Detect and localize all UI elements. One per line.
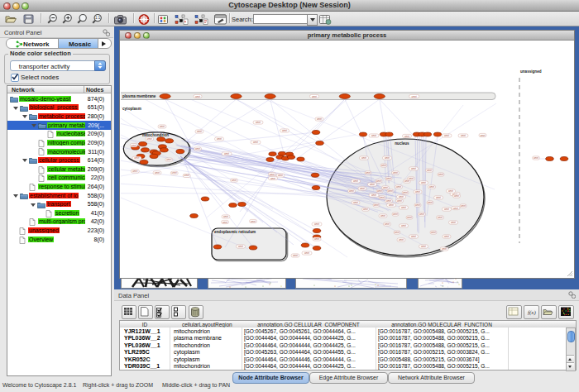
svg-text:amet: amet <box>421 245 426 248</box>
svg-text:amet: amet <box>399 195 404 198</box>
svg-text:amet: amet <box>374 203 379 207</box>
svg-text:amet: amet <box>361 156 366 160</box>
svg-text:amet: amet <box>371 194 376 197</box>
svg-text:amet: amet <box>386 199 391 203</box>
svg-text:amet: amet <box>534 156 538 160</box>
svg-text:amet: amet <box>448 189 453 193</box>
svg-text:amet: amet <box>253 141 258 144</box>
svg-text:amet: amet <box>388 189 393 193</box>
svg-text:amet: amet <box>461 204 466 208</box>
svg-text:amet: amet <box>412 95 417 98</box>
svg-text:amet: amet <box>304 251 309 255</box>
svg-text:amet: amet <box>195 95 200 98</box>
svg-text:amet: amet <box>428 201 433 204</box>
svg-text:amet: amet <box>383 186 388 189</box>
svg-text:amet: amet <box>399 238 404 241</box>
svg-text:amet: amet <box>223 215 228 218</box>
svg-text:amet: amet <box>436 196 441 199</box>
svg-text:amet: amet <box>132 144 136 147</box>
svg-text:amet: amet <box>404 135 409 138</box>
svg-text:amet: amet <box>415 203 420 207</box>
svg-text:amet: amet <box>314 237 319 241</box>
svg-text:amet: amet <box>160 125 165 128</box>
svg-text:amet: amet <box>395 231 400 234</box>
svg-text:1:1: 1:1 <box>95 16 101 20</box>
svg-text:amet: amet <box>353 201 358 204</box>
svg-text:amet: amet <box>317 117 322 121</box>
svg-text:amet: amet <box>480 134 485 137</box>
svg-text:amet: amet <box>380 214 385 218</box>
svg-text:amet: amet <box>397 199 402 203</box>
svg-text:amet: amet <box>421 181 426 184</box>
svg-text:amet: amet <box>147 137 152 141</box>
svg-text:amet: amet <box>278 174 283 177</box>
svg-text:amet: amet <box>270 173 275 176</box>
svg-text:amet: amet <box>461 134 466 137</box>
svg-text:amet: amet <box>401 224 406 227</box>
svg-text:amet: amet <box>172 171 177 174</box>
svg-text:amet: amet <box>401 206 406 209</box>
svg-text:amet: amet <box>415 190 420 194</box>
svg-text:amet: amet <box>155 171 160 174</box>
svg-text:amet: amet <box>197 130 202 133</box>
svg-text:amet: amet <box>224 152 229 155</box>
svg-text:amet: amet <box>282 129 287 132</box>
svg-text:amet: amet <box>380 196 385 199</box>
svg-text:amet: amet <box>396 185 401 189</box>
svg-text:amet: amet <box>438 216 443 219</box>
svg-text:amet: amet <box>444 134 449 137</box>
svg-text:amet: amet <box>419 213 424 216</box>
svg-text:amet: amet <box>376 179 381 183</box>
svg-text:amet: amet <box>454 194 459 198</box>
svg-text:unassigned: unassigned <box>520 69 542 74</box>
svg-text:amet: amet <box>353 179 358 183</box>
svg-text:amet: amet <box>195 147 200 151</box>
svg-text:amet: amet <box>377 189 382 193</box>
svg-text:amet: amet <box>134 156 139 160</box>
svg-text:amet: amet <box>293 254 298 257</box>
svg-text:amet: amet <box>438 173 443 176</box>
svg-text:plasma membrane: plasma membrane <box>122 94 156 98</box>
svg-text:amet: amet <box>381 164 386 167</box>
svg-text:amet: amet <box>132 170 137 173</box>
svg-text:amet: amet <box>427 169 432 172</box>
svg-text:amet: amet <box>349 189 354 193</box>
svg-text:amet: amet <box>403 191 408 194</box>
svg-text:endoplasmic reticulum: endoplasmic reticulum <box>214 230 256 234</box>
svg-text:amet: amet <box>223 221 227 224</box>
svg-text:amet: amet <box>411 167 416 170</box>
svg-text:amet: amet <box>444 235 449 238</box>
svg-text:amet: amet <box>429 185 434 189</box>
svg-text:amet: amet <box>366 171 371 174</box>
svg-text:amet: amet <box>360 187 365 190</box>
svg-text:cytoplasm: cytoplasm <box>122 107 141 111</box>
svg-text:amet: amet <box>385 156 390 160</box>
svg-text:amet: amet <box>451 221 456 224</box>
svg-text:amet: amet <box>393 213 398 216</box>
svg-text:amet: amet <box>270 177 275 180</box>
svg-text:amet: amet <box>407 216 412 219</box>
svg-text:amet: amet <box>238 245 243 248</box>
svg-text:amet: amet <box>385 222 390 226</box>
svg-text:amet: amet <box>409 177 414 180</box>
svg-text:amet: amet <box>442 247 447 251</box>
svg-text:amet: amet <box>314 222 319 226</box>
svg-text:nucleus: nucleus <box>395 141 409 146</box>
svg-text:amet: amet <box>256 121 261 124</box>
svg-text:amet: amet <box>371 134 376 137</box>
svg-text:mitochondrion: mitochondrion <box>142 133 169 137</box>
svg-text:f(x): f(x) <box>528 309 536 316</box>
svg-text:amet: amet <box>431 231 436 234</box>
svg-text:amet: amet <box>312 95 317 98</box>
svg-text:amet: amet <box>184 174 189 177</box>
svg-text:amet: amet <box>217 137 222 141</box>
svg-text:amet: amet <box>411 235 416 238</box>
svg-text:amet: amet <box>370 183 375 186</box>
svg-text:amet: amet <box>386 177 391 180</box>
svg-text:amet: amet <box>363 208 368 211</box>
svg-text:amet: amet <box>251 220 256 223</box>
svg-text:amet: amet <box>166 158 171 161</box>
svg-text:amet: amet <box>389 203 394 207</box>
svg-text:amet: amet <box>232 179 237 182</box>
svg-text:amet: amet <box>453 207 458 210</box>
